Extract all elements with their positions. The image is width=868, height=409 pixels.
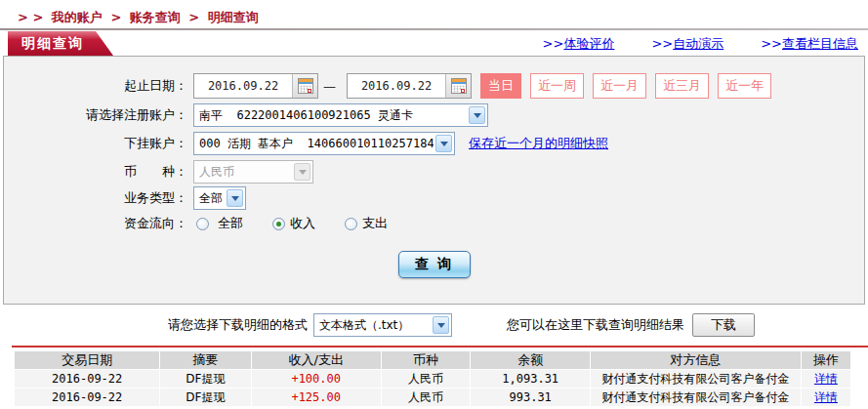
cell-currency: 人民币 <box>382 370 470 388</box>
download-row: 请您选择下载明细的格式 文本格式（.txt） 您可以在这里下载查询明细结果 下载 <box>0 312 868 338</box>
quick-range-month-button[interactable]: 近一月 <box>593 73 646 99</box>
breadcrumb: > > 我的账户 > 账务查询 > 明细查询 <box>0 0 868 28</box>
fund-flow-label: 资金流向： <box>4 215 187 232</box>
tab-detail-query[interactable]: 明细查询 <box>8 31 113 56</box>
chevron-down-icon <box>469 106 485 124</box>
fund-flow-option-income[interactable]: 收入 <box>272 215 315 232</box>
business-type-label: 业务类型： <box>4 189 187 207</box>
breadcrumb-separator: > <box>110 10 121 24</box>
fund-flow-row: 资金流向： 全部 收入 支出 <box>4 215 864 232</box>
business-type-row: 业务类型： 全部 <box>4 186 864 210</box>
table-row: 2016-09-22 DF提现 +100.00 人民币 1,093.31 财付通… <box>15 370 850 388</box>
register-account-select[interactable]: 南平 6222001406100921065 灵通卡 <box>193 103 488 127</box>
cell-currency: 人民币 <box>382 389 470 406</box>
quick-range-today-button[interactable]: 当日 <box>480 73 521 99</box>
table-header-row: 交易日期 摘要 收入/支出 币种 余额 对方信息 操作 <box>15 351 850 369</box>
business-type-value: 全部 <box>199 190 225 207</box>
register-account-label: 请选择注册账户： <box>4 106 187 124</box>
sub-account-select[interactable]: 000 活期 基本户 1406600101102571848 <box>193 132 455 155</box>
cell-summary: DF提现 <box>160 370 250 388</box>
breadcrumb-separator: > <box>188 10 199 24</box>
currency-row: 币 种： 人民币 <box>4 160 864 184</box>
tab-bar: 明细查询 >>体验评价 >>自动演示 >>查看栏目信息 <box>0 30 868 56</box>
sub-account-label: 下挂账户： <box>4 135 187 152</box>
start-date-input[interactable]: 2016.09.22 <box>193 73 318 99</box>
currency-label: 币 种： <box>4 163 187 181</box>
col-income-expense: 收入/支出 <box>252 351 381 369</box>
link-auto-demo[interactable]: >>自动演示 <box>651 32 723 56</box>
calendar-icon <box>298 78 313 94</box>
chevron-down-icon <box>294 163 310 181</box>
quick-range-year-button[interactable]: 近一年 <box>718 73 771 99</box>
register-account-value: 南平 6222001406100921065 灵通卡 <box>199 107 467 124</box>
fund-flow-option-expense[interactable]: 支出 <box>345 215 388 232</box>
detail-link[interactable]: 详情 <box>814 372 838 386</box>
download-format-select[interactable]: 文本格式（.txt） <box>313 313 452 337</box>
sub-account-row: 下挂账户： 000 活期 基本户 1406600101102571848 保存近… <box>4 132 864 155</box>
chevron-down-icon <box>227 189 243 207</box>
radio-unchecked-icon <box>345 218 357 230</box>
cell-balance: 1,093.31 <box>471 370 590 388</box>
fund-flow-radio-group: 全部 收入 支出 <box>196 215 417 232</box>
cell-date: 2016-09-22 <box>15 389 159 406</box>
col-currency: 币种 <box>382 351 470 369</box>
cell-amount: +125.00 <box>252 389 381 406</box>
cell-balance: 993.31 <box>471 389 590 406</box>
query-button[interactable]: 查 询 <box>398 251 471 278</box>
chevron-down-icon <box>433 316 449 334</box>
col-counterparty: 对方信息 <box>591 351 801 369</box>
breadcrumb-item-my-account[interactable]: 我的账户 <box>52 10 103 24</box>
download-format-value: 文本格式（.txt） <box>319 317 431 334</box>
currency-value: 人民币 <box>199 164 292 181</box>
register-account-row: 请选择注册账户： 南平 6222001406100921065 灵通卡 <box>4 103 864 127</box>
currency-select: 人民币 <box>193 160 313 184</box>
table-top-divider <box>12 346 868 348</box>
calendar-icon <box>451 78 467 94</box>
cell-date: 2016-09-22 <box>15 370 159 388</box>
business-type-select[interactable]: 全部 <box>193 186 246 210</box>
cell-summary: DF提现 <box>160 389 250 406</box>
quick-range-quarter-button[interactable]: 近三月 <box>655 73 709 99</box>
link-view-column-info[interactable]: >>查看栏目信息 <box>761 32 858 56</box>
date-range-separator: — <box>323 79 336 94</box>
sub-account-value: 000 活期 基本户 1406600101102571848 <box>199 136 434 152</box>
end-date-calendar-button[interactable] <box>445 74 471 98</box>
breadcrumb-item-detail-query[interactable]: 明细查询 <box>208 10 259 24</box>
date-range-row: 起止日期： 2016.09.22 — 2016.09.22 当日 近一周 近一月… <box>4 73 864 99</box>
chevron-down-icon <box>435 135 452 152</box>
end-date-value: 2016.09.22 <box>348 79 445 93</box>
fund-flow-option-all[interactable]: 全部 <box>196 215 243 232</box>
cell-counterparty: 财付通支付科技有限公司客户备付金 <box>591 389 801 406</box>
col-transaction-date: 交易日期 <box>15 351 159 369</box>
col-balance: 余额 <box>471 351 590 369</box>
table-row: 2016-09-22 DF提现 +125.00 人民币 993.31 财付通支付… <box>15 389 850 406</box>
detail-link[interactable]: 详情 <box>814 390 838 404</box>
start-date-value: 2016.09.22 <box>194 79 292 93</box>
date-range-label: 起止日期： <box>4 77 187 95</box>
end-date-input[interactable]: 2016.09.22 <box>347 73 472 99</box>
cell-counterparty: 财付通支付科技有限公司客户备付金 <box>591 370 801 388</box>
radio-unchecked-icon <box>196 218 209 230</box>
radio-checked-icon <box>272 218 285 230</box>
link-experience-rating[interactable]: >>体验评价 <box>543 32 615 56</box>
quick-range-week-button[interactable]: 近一周 <box>530 73 584 99</box>
breadcrumb-prefix: > > <box>18 10 43 24</box>
col-action: 操作 <box>802 351 850 369</box>
cell-amount: +100.00 <box>252 370 381 388</box>
start-date-calendar-button[interactable] <box>292 74 317 98</box>
query-form-panel: 起止日期： 2016.09.22 — 2016.09.22 当日 近一周 近一月… <box>3 56 865 305</box>
download-hint: 您可以在这里下载查询明细结果 <box>507 316 684 334</box>
save-snapshot-link[interactable]: 保存近一个月的明细快照 <box>469 135 608 152</box>
download-format-label: 请您选择下载明细的格式 <box>168 316 308 334</box>
breadcrumb-item-account-query[interactable]: 账务查询 <box>130 10 181 24</box>
col-summary: 摘要 <box>160 351 250 369</box>
download-button[interactable]: 下载 <box>692 313 755 337</box>
header-links: >>体验评价 >>自动演示 >>查看栏目信息 <box>543 32 858 56</box>
transaction-table: 交易日期 摘要 收入/支出 币种 余额 对方信息 操作 2016-09-22 D… <box>14 350 851 407</box>
